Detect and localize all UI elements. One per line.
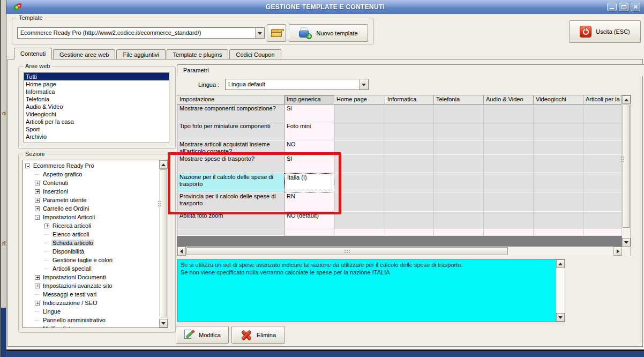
grid-cell[interactable] bbox=[434, 122, 484, 140]
column-header[interactable]: Home page bbox=[334, 95, 385, 105]
grid-cell[interactable] bbox=[385, 173, 434, 192]
elimina-button[interactable]: Elimina bbox=[231, 326, 285, 344]
grid-cell[interactable] bbox=[334, 229, 385, 236]
list-item[interactable]: Audio & Video bbox=[24, 103, 169, 110]
expand-icon[interactable] bbox=[35, 181, 40, 185]
modifica-button[interactable]: Modifica bbox=[176, 326, 229, 344]
setting-name-cell[interactable]: Mostrare componenti composizione? bbox=[177, 105, 284, 122]
grid-cell[interactable] bbox=[583, 229, 622, 236]
tree-item-selected[interactable]: Scheda articolo bbox=[23, 239, 158, 247]
grid-cell[interactable] bbox=[484, 155, 534, 173]
expand-icon[interactable] bbox=[35, 301, 40, 306]
tree-item[interactable]: Carrello ed Ordini bbox=[23, 204, 158, 213]
grid-cell[interactable] bbox=[385, 212, 434, 229]
scroll-down-icon[interactable] bbox=[556, 313, 565, 322]
grid-cell[interactable] bbox=[334, 212, 385, 229]
grid-cell[interactable] bbox=[534, 173, 583, 192]
grid-cell[interactable] bbox=[583, 192, 622, 212]
scroll-left-icon[interactable] bbox=[177, 247, 186, 256]
close-icon[interactable] bbox=[631, 3, 640, 11]
scroll-right-icon[interactable] bbox=[613, 247, 622, 256]
grid-cell[interactable] bbox=[534, 140, 583, 155]
exit-button[interactable]: Uscita (ESC) bbox=[569, 20, 641, 43]
titlebar[interactable]: GESTIONE TEMPLATE E CONTENUTI bbox=[6, 0, 644, 14]
tree-item[interactable]: Impostazioni Documenti bbox=[23, 273, 158, 281]
setting-value-cell[interactable]: Foto mini bbox=[284, 122, 334, 140]
grid-cell[interactable] bbox=[385, 122, 434, 140]
grid-cell[interactable] bbox=[484, 122, 534, 140]
collapse-icon[interactable] bbox=[35, 215, 40, 220]
chevron-down-icon[interactable] bbox=[255, 28, 264, 38]
column-header[interactable]: Impostazione bbox=[177, 95, 284, 105]
grid-cell[interactable] bbox=[583, 212, 622, 229]
grid-cell[interactable] bbox=[484, 105, 534, 122]
grid-cell[interactable] bbox=[334, 173, 385, 192]
grid-cell[interactable] bbox=[434, 140, 484, 155]
setting-value-cell[interactable] bbox=[284, 229, 334, 236]
grid-cell[interactable] bbox=[385, 105, 434, 122]
grid-cell[interactable] bbox=[583, 173, 622, 192]
tree-item[interactable]: Ricerca articoli bbox=[23, 221, 158, 230]
expand-icon[interactable] bbox=[35, 275, 40, 280]
tree-item[interactable]: Impostazioni Articoli bbox=[23, 213, 158, 221]
column-header[interactable]: Imp.generica bbox=[284, 95, 334, 105]
tree-item[interactable]: Disponibilità bbox=[23, 247, 158, 256]
tree-item[interactable]: Impostazioni avanzate sito bbox=[23, 281, 158, 290]
tree-item[interactable]: Elenco articoli bbox=[23, 230, 158, 239]
grid-cell[interactable] bbox=[583, 140, 622, 155]
tab-codici-coupon[interactable]: Codici Coupon bbox=[229, 49, 281, 59]
grid-cell[interactable] bbox=[385, 229, 434, 236]
expand-icon[interactable] bbox=[35, 206, 40, 211]
tab-file-aggiuntivi[interactable]: File aggiuntivi bbox=[116, 49, 165, 59]
tree-item[interactable]: Inserzioni bbox=[23, 187, 158, 196]
grid-cell[interactable] bbox=[385, 155, 434, 173]
column-header[interactable]: Informatica bbox=[385, 95, 434, 105]
scroll-up-icon[interactable] bbox=[556, 259, 565, 268]
list-item[interactable]: Videogiochi bbox=[24, 110, 169, 118]
grid-vscrollbar-thumb[interactable] bbox=[623, 105, 630, 228]
lingua-combobox[interactable]: Lingua default bbox=[225, 79, 369, 90]
tree-item[interactable]: Contenuti bbox=[23, 178, 158, 187]
grid-cell[interactable] bbox=[484, 192, 534, 212]
tree-item[interactable]: Messaggi e testi vari bbox=[23, 290, 158, 299]
grid-cell[interactable] bbox=[583, 155, 622, 173]
tab-parametri[interactable]: Parametri bbox=[177, 64, 644, 76]
grid-cell[interactable] bbox=[334, 155, 385, 173]
list-item[interactable]: Home page bbox=[24, 80, 169, 88]
expand-icon[interactable] bbox=[35, 198, 40, 203]
maximize-icon[interactable] bbox=[619, 3, 628, 11]
grid-cell[interactable] bbox=[434, 155, 484, 173]
grid-cell[interactable] bbox=[484, 212, 534, 229]
grid-cell[interactable] bbox=[534, 122, 583, 140]
grid-cell[interactable] bbox=[434, 229, 484, 236]
tree-item[interactable]: Ecommerce Ready Pro bbox=[23, 161, 158, 170]
grid-cell[interactable] bbox=[385, 140, 434, 155]
scroll-up-icon[interactable] bbox=[622, 95, 631, 104]
grid-cell[interactable] bbox=[484, 140, 534, 155]
grid-cell[interactable] bbox=[484, 229, 534, 236]
expand-icon[interactable] bbox=[35, 189, 40, 194]
grid-cell[interactable] bbox=[534, 192, 583, 212]
tab-contenuti[interactable]: Contenuti bbox=[14, 48, 52, 59]
tree-item[interactable]: Aspetto grafico bbox=[23, 170, 158, 178]
grid-cell[interactable] bbox=[334, 192, 385, 212]
template-combobox[interactable]: Ecommerce Ready Pro (http://www2.codice.… bbox=[17, 27, 265, 39]
list-item[interactable]: Archivio bbox=[24, 133, 169, 140]
tree-item[interactable]: Parametri utente bbox=[23, 196, 158, 204]
list-item[interactable]: Informatica bbox=[24, 88, 169, 95]
tree-item[interactable]: Mailing list bbox=[23, 324, 158, 328]
open-folder-button[interactable] bbox=[267, 24, 286, 42]
grid-cell[interactable] bbox=[434, 105, 484, 122]
collapse-icon[interactable] bbox=[25, 163, 30, 168]
tab-template-e-plugins[interactable]: Template e plugins bbox=[167, 49, 229, 59]
tree-item[interactable]: Lingue bbox=[23, 307, 158, 316]
tab-gestione-aree-web[interactable]: Gestione aree web bbox=[53, 49, 115, 59]
list-item[interactable]: Telefonia bbox=[24, 95, 169, 103]
grid-cell[interactable] bbox=[534, 155, 583, 173]
tree-item[interactable]: Gestione taglie e colori bbox=[23, 256, 158, 264]
scroll-down-icon[interactable] bbox=[159, 319, 168, 328]
column-header[interactable]: Articoli per la ca bbox=[583, 95, 622, 105]
expand-icon[interactable] bbox=[35, 284, 40, 288]
expand-icon[interactable] bbox=[44, 224, 49, 228]
scroll-up-icon[interactable] bbox=[159, 160, 168, 169]
